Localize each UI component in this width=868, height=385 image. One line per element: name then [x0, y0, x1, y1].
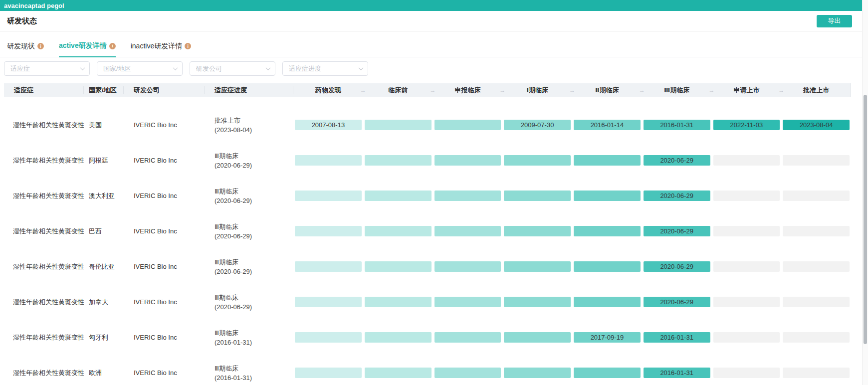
cell-stage-0: 2007-08-13	[293, 120, 363, 130]
cell-stage-0	[293, 191, 363, 201]
cell-indication: 湿性年龄相关性黄斑变性	[4, 156, 84, 165]
cell-stage-7	[781, 332, 851, 343]
stage-bar: 2016-01-31	[644, 368, 710, 378]
cell-indication: 湿性年龄相关性黄斑变性	[4, 227, 84, 236]
cell-indication: 湿性年龄相关性黄斑变性	[4, 333, 84, 342]
column-header-3: 适应症进度	[205, 86, 293, 94]
cell-stage-1	[363, 155, 433, 166]
cell-stage-2	[433, 120, 503, 130]
cell-stage-6	[712, 368, 782, 378]
stage-bar	[365, 120, 432, 130]
stage-bar	[434, 332, 501, 343]
stage-bar-empty	[783, 226, 850, 236]
cell-indication: 湿性年龄相关性黄斑变性	[4, 121, 84, 130]
cell-company: IVERIC Bio Inc	[124, 121, 205, 129]
filter-bar	[0, 57, 868, 76]
info-icon[interactable]: i	[109, 43, 116, 49]
stage-bar: 2022-11-03	[713, 120, 780, 130]
cell-region: 加拿大	[84, 298, 124, 307]
company-filter-select[interactable]	[190, 61, 275, 76]
stage-bar-empty	[783, 155, 850, 166]
section-header: 研发状态 导出	[0, 11, 862, 31]
stage-bar	[434, 297, 501, 307]
column-header-8: Ⅱ期临床→	[572, 86, 642, 95]
progress-stage: Ⅲ期临床	[215, 364, 293, 373]
cell-region: 澳大利亚	[84, 192, 124, 200]
stage-bar-empty	[783, 332, 850, 343]
stage-bar: 2020-06-29	[644, 226, 710, 236]
stage-bar-empty	[783, 368, 850, 378]
cell-company: IVERIC Bio Inc	[124, 157, 205, 164]
export-button[interactable]: 导出	[817, 15, 852, 27]
company-filter-input[interactable]	[195, 64, 266, 73]
stage-bar	[295, 226, 362, 236]
column-header-7: Ⅰ期临床→	[502, 86, 572, 95]
indication-filter-input[interactable]	[9, 64, 81, 73]
cell-progress: Ⅲ期临床(2020-06-29)	[205, 151, 293, 170]
progress-date: (2020-06-29)	[215, 302, 293, 312]
column-header-1: 国家/地区	[84, 86, 124, 94]
table-row: 湿性年龄相关性黄斑变性阿根廷IVERIC Bio IncⅢ期临床(2020-06…	[4, 143, 851, 178]
column-header-5: 临床前→	[363, 86, 433, 95]
rd-status-table: 适应症国家/地区研发公司适应症进度药物发现→临床前→申报临床→Ⅰ期临床→Ⅱ期临床…	[4, 83, 851, 385]
cell-stage-3	[502, 191, 572, 201]
tab-active-rd-detail[interactable]: active研发详情 i	[59, 41, 116, 57]
stage-bar-empty	[713, 297, 780, 307]
region-filter-input[interactable]	[102, 64, 174, 73]
column-header-label: Ⅱ期临床	[595, 86, 619, 94]
cell-stage-1	[363, 368, 433, 378]
column-header-11: 批准上市	[781, 86, 851, 95]
chevron-down-icon	[359, 65, 364, 70]
indication-filter-select[interactable]	[4, 61, 90, 76]
column-header-label: 适应症进度	[215, 86, 247, 94]
cell-stage-3	[502, 155, 572, 166]
stage-bar-empty	[713, 261, 780, 272]
column-header-label: Ⅰ期临床	[526, 86, 548, 94]
cell-stage-2	[433, 155, 503, 166]
drug-title: avacincaptad pegol	[4, 2, 64, 9]
stage-bar	[365, 261, 432, 272]
cell-progress: Ⅲ期临床(2016-01-31)	[205, 364, 293, 383]
cell-stage-2	[433, 226, 503, 236]
stage-bar	[295, 191, 362, 201]
cell-stage-5: 2020-06-29	[642, 155, 712, 166]
scrollbar-thumb[interactable]	[864, 95, 867, 344]
stage-bar	[574, 155, 641, 166]
cell-company: IVERIC Bio Inc	[124, 298, 205, 306]
progress-date: (2020-06-29)	[215, 231, 293, 241]
stage-bar	[295, 297, 362, 307]
tab-inactive-rd-detail[interactable]: inactive研发详情 i	[131, 41, 191, 57]
cell-stage-2	[433, 368, 503, 378]
progress-filter-select[interactable]	[282, 61, 368, 76]
cell-stage-2	[433, 332, 503, 343]
column-header-label: Ⅲ期临床	[664, 86, 689, 94]
page-scrollbar[interactable]	[862, 0, 868, 385]
cell-stage-1	[363, 191, 433, 201]
tab-rd-status[interactable]: 研发现状 i	[7, 41, 44, 57]
progress-date: (2020-06-29)	[215, 161, 293, 170]
progress-stage: Ⅲ期临床	[215, 222, 293, 231]
info-icon[interactable]: i	[185, 43, 191, 49]
cell-stage-3	[502, 226, 572, 236]
cell-stage-6	[712, 155, 782, 166]
stage-bar	[434, 261, 501, 272]
tab-bar: 研发现状 i active研发详情 i inactive研发详情 i	[0, 31, 862, 57]
cell-stage-7: 2023-08-04	[781, 120, 851, 130]
region-filter-select[interactable]	[97, 61, 183, 76]
info-icon[interactable]: i	[37, 43, 44, 49]
cell-stage-0	[293, 332, 363, 343]
progress-stage: Ⅲ期临床	[215, 151, 293, 161]
stage-bar	[365, 191, 432, 201]
progress-filter-input[interactable]	[288, 64, 359, 73]
stage-bar: 2023-08-04	[783, 120, 850, 130]
progress-date: (2020-06-29)	[215, 196, 293, 205]
stage-bar	[434, 368, 501, 378]
cell-indication: 湿性年龄相关性黄斑变性	[4, 369, 84, 378]
cell-stage-5: 2016-01-31	[642, 120, 712, 130]
stage-bar	[574, 368, 641, 378]
stage-bar: 2020-06-29	[644, 155, 710, 166]
cell-company: IVERIC Bio Inc	[124, 369, 205, 377]
chevron-down-icon	[266, 65, 271, 70]
cell-stage-5: 2020-06-29	[642, 261, 712, 272]
cell-progress: Ⅲ期临床(2020-06-29)	[205, 293, 293, 312]
